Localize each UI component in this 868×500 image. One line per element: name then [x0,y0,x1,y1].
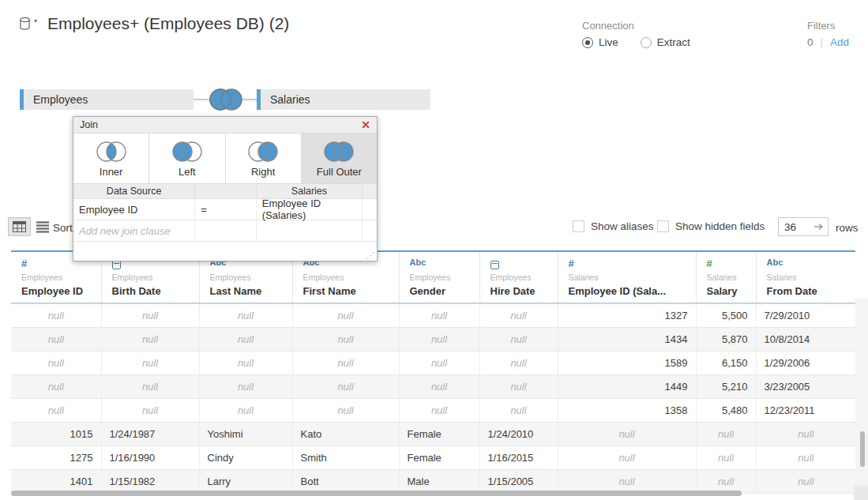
rows-count-input[interactable] [779,221,810,233]
null-value: null [408,333,472,345]
add-join-clause-placeholder[interactable]: Add new join clause [73,220,195,241]
table-cell: null [292,327,399,351]
show-aliases-checkbox[interactable] [573,220,584,232]
null-value: null [408,404,472,416]
database-icon[interactable]: ▾ [19,17,47,34]
table-cell: Bott [292,469,399,493]
full-outer-join-icon [321,140,357,164]
clause-left-field[interactable]: Employee ID [73,199,195,220]
null-value: null [208,381,284,393]
null-value: null [705,428,748,440]
null-value: null [301,310,391,321]
null-value: null [208,333,284,345]
table-cell: 1434 [558,327,696,351]
radio-live-icon[interactable] [582,37,593,48]
table-row: 12751/16/1990CindySmithFemale1/16/2015nu… [11,445,855,469]
table-cell: null [399,327,479,351]
table-cell: null [399,351,479,374]
field-table-label: Employees [410,273,476,282]
column-header[interactable]: AbcEmployeesGender [399,251,479,303]
null-value: null [488,333,550,345]
table-row: 10151/24/1987YoshimiKatoFemale1/24/2010n… [11,422,855,445]
field-table-label: Employees [21,273,98,282]
clause-right-field[interactable]: Employee ID (Salaries) [257,199,363,220]
table-cell: 1/16/2015 [479,445,558,469]
table-cell: null [292,374,399,398]
resize-grip[interactable]: ⋰ [366,250,375,261]
null-value: null [208,310,284,321]
show-aliases-option[interactable]: Show aliases [573,220,654,232]
page-title: Employees+ (Employees DB) (2) [47,14,289,33]
null-value: null [705,476,748,487]
field-name-label: Employee ID (Sala... [569,285,693,297]
table-row: nullnullnullnullnullnull15896,1501/29/20… [11,351,855,374]
join-type-label: Full Outer [317,166,362,178]
join-clause-row[interactable]: Employee ID = Employee ID (Salaries) [73,199,377,220]
table-cell: null [479,303,558,327]
table-cell: null [199,303,292,327]
table-cell: 10/8/2014 [756,327,855,351]
field-name-label: Gender [410,285,476,297]
table-cell: null [11,327,101,351]
apply-rows-button[interactable] [814,223,825,231]
table-pill-salaries[interactable]: Salaries [257,89,430,110]
show-aliases-label[interactable]: Show aliases [591,220,654,232]
show-hidden-fields-checkbox[interactable] [657,220,669,232]
filters-divider: | [821,36,824,48]
field-table-label: Salaries [767,273,853,282]
table-cell: 5,870 [696,327,756,351]
column-header[interactable]: EmployeesHire Date [479,251,558,303]
table-cell: null [399,303,479,327]
null-value: null [301,404,391,416]
join-type-left-button[interactable]: Left [149,133,225,183]
radio-option-extract[interactable]: Extract [641,36,690,48]
horizontal-scrollbar-thumb[interactable] [11,491,742,496]
field-table-label: Employees [210,273,289,282]
add-join-clause-row[interactable]: Add new join clause [73,220,377,242]
clause-operator[interactable]: = [195,199,257,220]
table-cell: null [292,303,399,327]
table-cell: 1275 [11,445,101,469]
table-pill-employees[interactable]: Employees [20,89,194,110]
join-venn-icon[interactable] [205,85,246,114]
null-value: null [301,333,391,345]
clause-spacer [363,220,377,241]
column-header[interactable]: #SalariesEmployee ID (Sala... [558,251,696,303]
scrollbar-corner [854,486,868,500]
show-hidden-fields-option[interactable]: Show hidden fields [657,220,765,232]
vertical-scrollbar-thumb[interactable] [860,431,865,467]
null-value: null [110,381,191,393]
table-cell: null [558,445,696,469]
table-cell: 5,500 [696,303,756,327]
column-header[interactable]: #SalariesSalary [696,251,756,303]
rows-count-box [778,217,829,236]
radio-option-live[interactable]: Live [582,36,618,48]
grid-view-button[interactable] [8,217,31,236]
close-icon[interactable]: ✕ [361,119,370,130]
radio-extract-icon[interactable] [641,37,652,48]
null-value: null [208,404,284,416]
table-cell: Kato [292,422,399,445]
table-cell: Yoshimi [199,422,292,445]
join-type-full-outer-button[interactable]: Full Outer [302,133,377,183]
column-header[interactable]: AbcSalariesFrom Date [756,251,855,303]
table-cell: 1/24/1987 [101,422,199,445]
show-hidden-fields-label[interactable]: Show hidden fields [675,220,765,232]
radio-extract-label[interactable]: Extract [657,36,690,48]
clause-spacer [195,220,257,241]
null-value: null [208,357,284,369]
table-cell: 1/24/2010 [479,422,558,445]
filters-add-link[interactable]: Add [830,36,849,48]
table-cell: null [101,327,199,351]
table-cell: null [101,374,199,398]
radio-live-label[interactable]: Live [599,36,618,48]
table-cell: null [479,398,558,422]
table-cell: null [696,469,756,493]
data-preview-grid: #EmployeesEmployee IDEmployeesBirth Date… [11,250,855,494]
null-value: null [110,333,191,345]
clause-header-spacer [363,184,377,198]
join-type-right-button[interactable]: Right [226,133,302,183]
table-cell: null [479,351,558,374]
metadata-view-button[interactable] [35,220,51,234]
join-type-inner-button[interactable]: Inner [73,133,149,183]
